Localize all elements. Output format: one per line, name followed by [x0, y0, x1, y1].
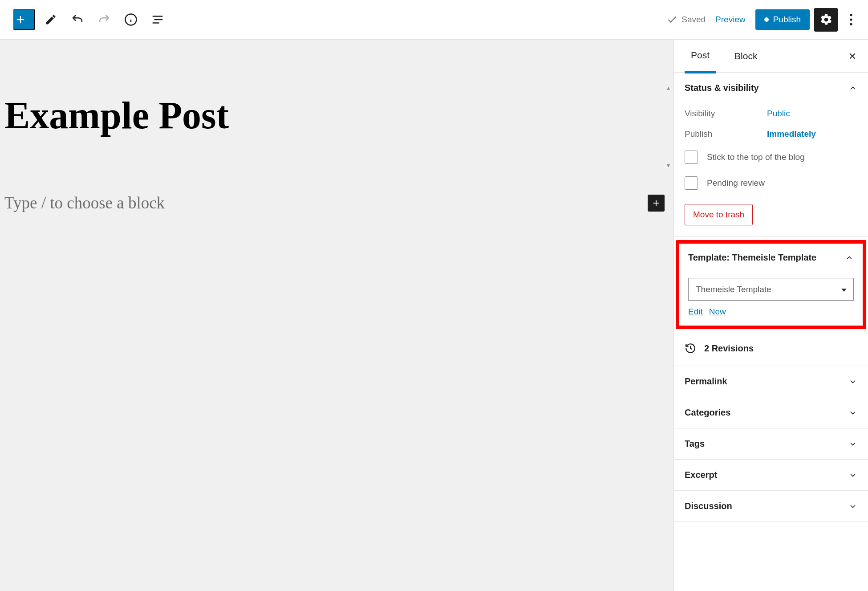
saved-indicator: Saved [666, 14, 706, 25]
publish-schedule-value[interactable]: Immediately [767, 129, 816, 139]
chevron-down-icon [848, 440, 857, 448]
template-select[interactable]: Themeisle Template [688, 278, 854, 301]
scrollbar[interactable]: ▴ ▾ [663, 84, 673, 169]
scroll-down-icon: ▾ [667, 162, 670, 169]
info-icon [124, 13, 138, 26]
stick-label: Stick to the top of the blog [707, 152, 805, 162]
dots-vertical-icon [850, 14, 852, 25]
toolbar-left [13, 9, 168, 30]
edit-mode-button[interactable] [40, 9, 61, 30]
info-button[interactable] [120, 9, 142, 30]
gear-icon [819, 13, 833, 26]
top-toolbar: Saved Preview Publish [0, 0, 868, 40]
outline-button[interactable] [147, 9, 168, 30]
insert-block-button[interactable] [648, 195, 665, 212]
panel-permalink-header[interactable]: Permalink [674, 366, 868, 397]
panel-discussion: Discussion [674, 491, 868, 522]
toolbar-right: Saved Preview Publish [666, 8, 860, 32]
more-menu-button[interactable] [842, 9, 860, 30]
pending-review-label: Pending review [707, 178, 765, 188]
post-title-input[interactable]: Example Post [4, 40, 669, 138]
publish-label: Publish [773, 15, 801, 24]
close-sidebar-button[interactable] [848, 51, 857, 61]
visibility-value[interactable]: Public [767, 109, 790, 118]
add-block-button[interactable] [13, 9, 35, 30]
svg-point-9 [850, 18, 852, 20]
check-icon [666, 14, 678, 25]
undo-icon [71, 13, 84, 26]
chevron-down-icon [848, 471, 857, 480]
block-placeholder[interactable]: Type / to choose a block [4, 193, 165, 212]
panel-tags: Tags [674, 428, 868, 460]
panel-status-title: Status & visibility [685, 83, 759, 93]
close-icon [848, 51, 857, 61]
panel-status-visibility: Status & visibility Visibility Public Pu… [674, 73, 868, 236]
publish-schedule-label: Publish [685, 129, 767, 139]
panel-permalink: Permalink [674, 366, 868, 397]
redo-icon [97, 13, 111, 26]
chevron-down-icon [848, 408, 857, 417]
plus-icon [14, 13, 27, 26]
chevron-down-icon [848, 502, 857, 511]
visibility-label: Visibility [685, 109, 767, 118]
template-new-link[interactable]: New [709, 307, 726, 317]
template-edit-link[interactable]: Edit [688, 307, 703, 317]
stick-checkbox[interactable] [685, 151, 698, 164]
sidebar-tabs: Post Block [674, 40, 868, 73]
saved-label: Saved [681, 15, 706, 24]
panel-template-highlight: Template: Themeisle Template Themeisle T… [676, 240, 866, 329]
panel-categories: Categories [674, 397, 868, 428]
scroll-up-icon: ▴ [667, 84, 670, 91]
preview-button[interactable]: Preview [710, 10, 751, 29]
panel-excerpt-header[interactable]: Excerpt [674, 460, 868, 490]
move-to-trash-button[interactable]: Move to trash [685, 204, 753, 225]
panel-categories-header[interactable]: Categories [674, 397, 868, 428]
panel-template-header[interactable]: Template: Themeisle Template [679, 244, 863, 263]
panel-discussion-header[interactable]: Discussion [674, 491, 868, 522]
panel-excerpt-title: Excerpt [685, 470, 717, 480]
editor-canvas[interactable]: Example Post Type / to choose a block ▴ … [0, 40, 673, 591]
publish-button[interactable]: Publish [755, 9, 810, 30]
redo-button[interactable] [93, 9, 115, 30]
svg-point-8 [850, 14, 852, 16]
history-icon [685, 342, 696, 354]
settings-button[interactable] [814, 8, 838, 32]
undo-button[interactable] [67, 9, 88, 30]
pending-review-checkbox[interactable] [685, 176, 698, 190]
panel-tags-title: Tags [685, 439, 705, 449]
settings-sidebar: Post Block Status & visibility Visibilit… [673, 40, 868, 591]
revisions-button[interactable]: 2 Revisions [674, 331, 868, 366]
panel-template-title: Template: Themeisle Template [688, 253, 816, 263]
panel-discussion-title: Discussion [685, 501, 732, 511]
panel-permalink-title: Permalink [685, 376, 727, 387]
svg-point-10 [850, 23, 852, 25]
chevron-up-icon [845, 253, 854, 262]
chevron-down-icon [848, 377, 857, 386]
panel-status-header[interactable]: Status & visibility [674, 73, 868, 103]
list-icon [151, 13, 164, 26]
revisions-label: 2 Revisions [704, 343, 754, 354]
panel-excerpt: Excerpt [674, 460, 868, 491]
tab-block[interactable]: Block [728, 40, 763, 72]
panel-tags-header[interactable]: Tags [674, 428, 868, 459]
tab-post[interactable]: Post [685, 39, 716, 73]
chevron-up-icon [848, 84, 857, 93]
panel-categories-title: Categories [685, 408, 730, 418]
status-dot-icon [764, 17, 769, 22]
plus-icon [651, 198, 661, 208]
pencil-icon [45, 13, 57, 26]
